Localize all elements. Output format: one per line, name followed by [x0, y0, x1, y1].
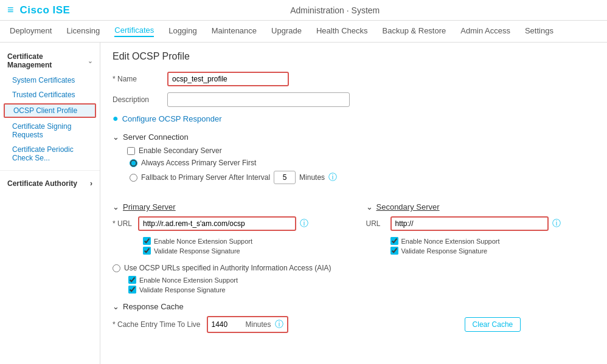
secondary-server-col: ⌄ Secondary Server URL ⓘ Enable Nonce Ex…: [366, 194, 595, 256]
secondary-nonce-checkbox[interactable]: [390, 237, 398, 245]
nav-logging[interactable]: Logging: [168, 26, 196, 36]
primary-validate-checkbox[interactable]: [143, 247, 151, 255]
primary-url-info-icon: ⓘ: [300, 218, 308, 229]
aia-section: Use OCSP URLs specified in Authority Inf…: [113, 264, 595, 294]
name-input[interactable]: [167, 72, 289, 86]
aia-nonce-label: Enable Nonce Extension Support: [139, 276, 238, 284]
primary-nonce-checkbox[interactable]: [143, 237, 151, 245]
primary-nonce-row: Enable Nonce Extension Support: [143, 237, 342, 245]
secondary-nonce-row: Enable Nonce Extension Support: [390, 237, 595, 245]
page-heading: Edit OCSP Profile: [113, 51, 595, 62]
sidebar: Certificate Management ⌄ System Certific…: [0, 43, 100, 364]
chevron-down-cache-icon: ⌄: [113, 302, 119, 311]
sec-url-field-wrapper: ⓘ: [390, 216, 561, 231]
aia-radio-row: Use OCSP URLs specified in Authority Inf…: [113, 264, 595, 272]
primary-validate-label: Validate Response Signature: [154, 247, 240, 255]
nav-upgrade[interactable]: Upgrade: [271, 26, 302, 36]
primary-server-title: ⌄ Primary Server: [113, 202, 342, 211]
nav-backup-restore[interactable]: Backup & Restore: [383, 26, 446, 36]
cache-input-wrapper: Minutes ⓘ: [207, 316, 288, 333]
top-bar: ≡ Cisco ISE Administration · System: [0, 0, 607, 21]
fallback-row: Fallback to Primary Server After Interva…: [130, 171, 595, 184]
fallback-label: Fallback to Primary Server After Interva…: [141, 173, 270, 182]
cache-info-icon: ⓘ: [275, 319, 283, 330]
main-layout: Certificate Management ⌄ System Certific…: [0, 43, 607, 364]
nav-licensing[interactable]: Licensing: [66, 26, 100, 36]
name-label: * Name: [113, 75, 161, 83]
url-field-wrapper: ⓘ: [138, 216, 308, 231]
enable-secondary-row: Enable Secondary Server: [127, 146, 595, 155]
secondary-server-title: ⌄ Secondary Server: [366, 202, 595, 211]
hamburger-icon[interactable]: ≡: [7, 4, 14, 16]
secondary-server-label: Secondary Server: [376, 202, 440, 211]
main-content: Edit OCSP Profile * Name Description ● C…: [100, 43, 607, 364]
secondary-validate-checkbox[interactable]: [390, 247, 398, 255]
desc-label: Description: [113, 95, 161, 104]
sidebar-item-ocsp-profile[interactable]: OCSP Client Profile: [4, 103, 96, 118]
secondary-validate-row: Validate Response Signature: [390, 247, 595, 255]
configure-label: Configure OCSP Responder: [122, 114, 222, 123]
secondary-url-input[interactable]: [390, 216, 549, 231]
always-primary-row: Always Access Primary Server First: [130, 159, 595, 167]
aia-validate-label: Validate Response Signature: [139, 286, 226, 294]
response-cache-section: ⌄ Response Cache * Cache Entry Time To L…: [113, 302, 595, 333]
aia-radio[interactable]: [113, 264, 120, 272]
aia-validate-checkbox[interactable]: [128, 286, 136, 294]
primary-server-col: ⌄ Primary Server * URL ⓘ Enable Nonce Ex…: [113, 194, 342, 256]
info-icon: ⓘ: [328, 172, 337, 183]
aia-nonce-row: Enable Nonce Extension Support: [128, 276, 595, 284]
primary-nonce-label: Enable Nonce Extension Support: [154, 238, 252, 245]
chevron-down-icon: ⌄: [113, 132, 119, 142]
primary-url-input[interactable]: [138, 216, 296, 231]
sidebar-cert-auth-header[interactable]: Certificate Authority ›: [0, 176, 100, 191]
chevron-down-secondary-icon: ⌄: [366, 202, 373, 211]
nav-admin-access[interactable]: Admin Access: [460, 26, 510, 36]
aia-validate-row: Validate Response Signature: [128, 286, 595, 294]
sidebar-item-trusted-certs[interactable]: Trusted Certificates: [0, 88, 100, 102]
sidebar-item-cert-periodic[interactable]: Certificate Periodic Check Se...: [0, 142, 100, 165]
server-connection-label: Server Connection: [123, 132, 189, 142]
fallback-minutes-label: Minutes: [299, 173, 325, 182]
sidebar-item-system-certs[interactable]: System Certificates: [0, 73, 100, 88]
server-connection-section: ⌄ Server Connection: [113, 132, 595, 142]
primary-url-row: * URL ⓘ: [113, 216, 342, 231]
aia-nonce-checkbox[interactable]: [128, 276, 136, 284]
nav-deployment[interactable]: Deployment: [10, 26, 52, 36]
enable-secondary-label: Enable Secondary Server: [139, 146, 222, 155]
sidebar-cert-mgmt-header[interactable]: Certificate Management ⌄: [0, 49, 100, 73]
always-primary-label: Always Access Primary Server First: [141, 159, 256, 167]
nav-certificates[interactable]: Certificates: [114, 26, 154, 37]
servers-section: ⌄ Primary Server * URL ⓘ Enable Nonce Ex…: [113, 194, 595, 256]
cache-entry-row: * Cache Entry Time To Live Minutes ⓘ Cle…: [113, 316, 595, 333]
desc-row: Description: [113, 92, 595, 107]
cache-minutes-label: Minutes: [246, 320, 271, 329]
fallback-interval-input[interactable]: [274, 171, 296, 184]
fallback-radio[interactable]: [130, 174, 137, 182]
desc-input[interactable]: [167, 92, 350, 107]
radio-filled-icon: ●: [113, 113, 119, 124]
sidebar-item-csr[interactable]: Certificate Signing Requests: [0, 119, 100, 142]
sidebar-cert-auth-label: Certificate Authority: [7, 179, 77, 188]
secondary-nav: Deployment Licensing Certificates Loggin…: [0, 21, 607, 43]
chevron-right-icon: ›: [90, 179, 92, 188]
nav-maintenance[interactable]: Maintenance: [212, 26, 257, 36]
url-label: * URL: [113, 219, 132, 228]
primary-server-label: Primary Server: [123, 202, 176, 211]
cache-entry-label: * Cache Entry Time To Live: [113, 320, 201, 329]
cache-value-input[interactable]: [212, 318, 242, 331]
chevron-down-primary-icon: ⌄: [113, 202, 119, 211]
page-title: Administration · System: [70, 5, 600, 15]
aia-label: Use OCSP URLs specified in Authority Inf…: [124, 264, 331, 272]
chevron-down-icon: ⌄: [88, 58, 92, 64]
always-primary-radio[interactable]: [130, 159, 137, 167]
name-row: * Name: [113, 72, 595, 86]
nav-health-checks[interactable]: Health Checks: [316, 26, 368, 36]
configure-row: ● Configure OCSP Responder: [113, 113, 595, 124]
nav-settings[interactable]: Settings: [525, 26, 553, 36]
secondary-nonce-label: Enable Nonce Extension Support: [401, 238, 500, 245]
secondary-validate-label: Validate Response Signature: [401, 247, 488, 255]
clear-cache-button[interactable]: Clear Cache: [465, 317, 521, 332]
brand-logo: Cisco ISE: [20, 4, 71, 16]
enable-secondary-checkbox[interactable]: [127, 147, 135, 155]
primary-validate-row: Validate Response Signature: [143, 247, 342, 255]
